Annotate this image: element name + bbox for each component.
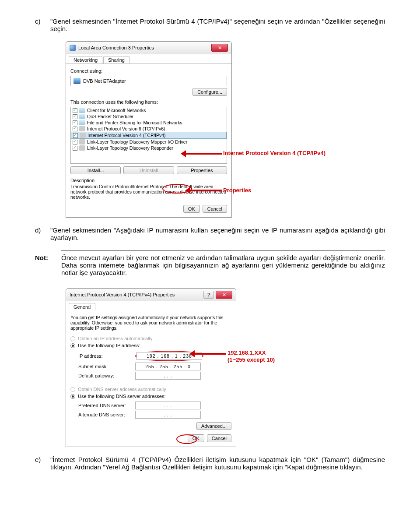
component-icon [79,108,85,113]
dialog1-titlebar: Local Area Connection 3 Properties ✕ [66,42,231,54]
tab-networking[interactable]: Networking [69,56,102,63]
annotation-ipv4: Internet Protocol Version 4 (TCP/IPv4) [223,150,326,156]
component-icon [79,139,85,144]
note-block: Not: Önce mevcut ayarları bir yere not e… [61,250,385,280]
dialog2-tabs: General [66,301,236,310]
list-item[interactable]: QoS Packet Scheduler [71,113,227,120]
component-icon [80,133,86,138]
pref-dns-input[interactable]: . . . [135,402,201,409]
list-item[interactable]: Link-Layer Topology Discovery Mapper I/O… [71,139,227,145]
list-item-selected[interactable]: Internet Protocol Version 4 (TCP/IPv4) [71,132,227,139]
description-label: Description [70,178,227,183]
list-item-label: Internet Protocol Version 4 (TCP/IPv4) [88,133,166,138]
radio-label: Use the following IP address: [78,343,140,348]
radio-auto-dns: Obtain DNS server address automatically [70,386,231,393]
install-button[interactable]: Install... [70,166,121,174]
radio-label: Obtain DNS server address automatically [78,387,166,392]
list-item-label: Link-Layer Topology Discovery Responder [87,145,173,151]
ok-button[interactable]: OK [183,205,200,213]
description-text: Transmission Control Protocol/Internet P… [70,183,227,201]
radio-label: Obtain an IP address automatically [78,336,152,341]
dialog1-pane: Connect using: DVB Net ETAdapter Configu… [66,63,231,217]
list-item-label: Link-Layer Topology Discovery Mapper I/O… [87,139,187,144]
radio-use-ip[interactable]: Use the following IP address: [70,342,231,349]
close-button[interactable]: ✕ [216,291,232,299]
list-item[interactable]: Link-Layer Topology Discovery Responder [71,145,227,151]
list-item[interactable]: Internet Protocol Version 6 (TCP/IPv6) [71,126,227,132]
step-e-label: e) [35,456,50,471]
properties-button[interactable]: Properties [177,166,227,174]
cancel-button[interactable]: Cancel [203,205,227,213]
ipv4-properties-dialog: Internet Protocol Version 4 (TCP/IPv4) P… [66,288,236,447]
pref-dns-label: Preferred DNS server: [78,403,135,408]
step-c-text: "Genel sekmesinden "İnternet Protokol Sü… [50,18,385,32]
radio-icon[interactable] [70,336,75,341]
figure-1-wrap: Local Area Connection 3 Properties ✕ Net… [50,41,385,218]
annotation-arrow-icon [190,190,222,191]
radio-icon[interactable] [70,343,75,348]
adapter-field: DVB Net ETAdapter [70,76,227,86]
dialog1-title: Local Area Connection 3 Properties [78,45,154,50]
help-button[interactable]: ? [203,291,214,299]
tab-general[interactable]: General [69,303,95,310]
uninstall-button: Uninstall [123,166,174,174]
radio-use-dns[interactable]: Use the following DNS server addresses: [70,393,231,400]
close-button[interactable]: ✕ [211,44,228,52]
annotation-arrow-icon [186,153,222,155]
checkbox-icon[interactable] [73,133,78,138]
figure-2-wrap: Internet Protocol Version 4 (TCP/IPv4) P… [50,288,385,447]
advanced-button[interactable]: Advanced... [196,422,231,430]
note-text: Önce mevcut ayarları bir yere not etmeni… [61,254,385,276]
dialog1-tabs: Networking Sharing [66,54,231,63]
step-c-label: c) [35,18,50,32]
list-item[interactable]: File and Printer Sharing for Microsoft N… [71,120,227,126]
network-icon [70,45,76,51]
annotation-ip-hint: 192.168.1.XXX (1~255 except 10) [228,349,275,363]
step-d-text: "Genel sekmesinden "Aşağıdaki IP numaras… [50,226,385,241]
radio-auto-ip[interactable]: Obtain an IP address automatically [70,335,231,342]
component-icon [79,114,85,119]
cancel-button[interactable]: Cancel [207,434,231,442]
alt-dns-label: Alternate DNS server: [78,412,135,417]
checkbox-icon[interactable] [73,120,77,125]
gateway-label: Default gateway: [78,373,135,378]
note-wrapper: Not: Önce mevcut ayarları bir yere not e… [61,250,385,280]
list-item-label: Client for Microsoft Networks [87,108,146,113]
adapter-name: DVB Net ETAdapter [83,78,126,84]
step-e: e) "İnternet Protokol Sürümü 4 (TCP/IPv4… [35,456,385,471]
checkbox-icon[interactable] [73,127,77,131]
step-d-label: d) [35,226,50,241]
configure-button[interactable]: Configure... [192,88,227,96]
components-list[interactable]: Client for Microsoft Networks QoS Packet… [70,107,227,164]
annotation-properties: Properties [223,187,251,194]
gateway-input[interactable]: . . . [135,372,201,380]
annotation-ip-line1: 192.168.1.XXX [228,349,275,356]
component-icon [79,145,85,151]
list-item-label: File and Printer Sharing for Microsoft N… [87,120,182,125]
tab-sharing[interactable]: Sharing [103,56,130,63]
list-item[interactable]: Client for Microsoft Networks [71,107,227,113]
ip-address-label: IP address: [78,353,135,359]
intro-text: You can get IP settings assigned automat… [70,315,231,331]
checkbox-icon[interactable] [73,114,77,119]
dialog2-titlebar: Internet Protocol Version 4 (TCP/IPv4) P… [66,289,236,301]
annotation-oval-icon [176,434,197,444]
note-label: Not: [35,254,61,276]
checkbox-icon[interactable] [73,146,77,151]
list-item-label: Internet Protocol Version 6 (TCP/IPv6) [87,126,165,131]
dialog2-title: Internet Protocol Version 4 (TCP/IPv4) P… [70,292,175,297]
radio-label: Use the following DNS server addresses: [78,394,166,399]
annotation-arrow-icon [195,353,226,355]
checkbox-icon[interactable] [73,108,77,113]
subnet-input[interactable]: 255 . 255 . 255 . 0 [135,363,201,370]
radio-icon[interactable] [70,394,75,399]
radio-icon [70,387,75,392]
step-d: d) "Genel sekmesinden "Aşağıdaki IP numa… [35,226,385,241]
dialog2-pane: You can get IP settings assigned automat… [66,310,236,447]
component-icon [79,126,85,131]
uses-items-label: This connection uses the following items… [70,99,227,105]
alt-dns-input[interactable]: . . . [135,411,201,419]
component-icon [79,120,85,125]
checkbox-icon[interactable] [73,140,77,144]
subnet-label: Subnet mask: [78,364,135,369]
